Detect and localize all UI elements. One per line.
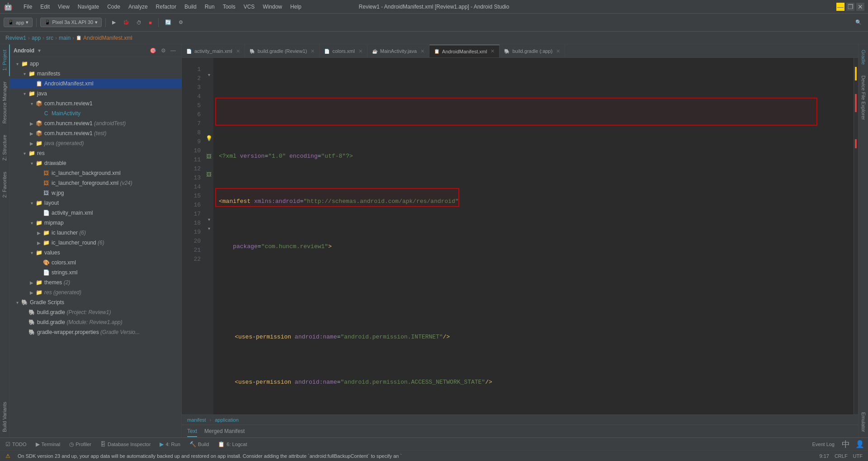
- breadcrumb-main[interactable]: main: [59, 35, 71, 41]
- tree-item-gradle-scripts[interactable]: ▾ 🐘 Gradle Scripts: [10, 297, 181, 307]
- menu-item-help[interactable]: Help: [287, 2, 305, 12]
- tree-item-res[interactable]: ▾ 📁 res: [10, 148, 181, 158]
- menu-item-view[interactable]: View: [54, 2, 73, 12]
- tree-item-package-androidtest[interactable]: ▶ 📦 com.huncm.review1 (androidTest): [10, 118, 181, 128]
- panel-locate-button[interactable]: 🎯: [148, 47, 158, 55]
- sidebar-item-project[interactable]: 1: Project: [0, 44, 10, 76]
- panel-collapse-button[interactable]: —: [169, 47, 178, 55]
- tab-merged-manifest[interactable]: Merged Manifest: [204, 426, 245, 437]
- tree-item-ic-launcher-bg[interactable]: 🖼 ic_launcher_background.xml: [10, 168, 181, 178]
- breadcrumb-src[interactable]: src: [46, 35, 53, 41]
- menu-item-refactor[interactable]: Refactor: [152, 2, 180, 12]
- tab-close-icon[interactable]: ✕: [556, 48, 560, 54]
- menu-item-file[interactable]: File: [20, 2, 36, 12]
- app-dropdown[interactable]: 📱 app ▾: [4, 18, 33, 27]
- code-content[interactable]: <?xml version="1.0" encoding="utf-8"?> <…: [213, 58, 854, 414]
- tab-colors-xml[interactable]: 📄 colors.xml ✕: [320, 45, 368, 57]
- tab-close-icon[interactable]: ✕: [359, 48, 363, 54]
- search-button[interactable]: 🔍: [853, 18, 864, 27]
- menu-item-navigate[interactable]: Navigate: [74, 2, 103, 12]
- tree-item-app[interactable]: ▾ 📁 app: [10, 59, 181, 69]
- tab-close-icon[interactable]: ✕: [420, 48, 425, 54]
- tree-label: strings.xml: [52, 269, 77, 276]
- terminal-tool[interactable]: ▶ Terminal: [34, 440, 62, 448]
- tab-close-icon[interactable]: ✕: [236, 48, 240, 54]
- status-warning-message: On SDK version 23 and up, your app data …: [18, 453, 812, 459]
- profile-button[interactable]: ⏱: [134, 19, 144, 27]
- tab-mainactivity-java[interactable]: ☕ MainActivity.java ✕: [368, 45, 429, 57]
- breadcrumb-app[interactable]: app: [32, 35, 41, 41]
- tree-item-values[interactable]: ▾ 📁 values: [10, 248, 181, 258]
- menu-item-analyze[interactable]: Analyze: [125, 2, 151, 12]
- run-button[interactable]: ▶: [109, 18, 118, 27]
- tab-build-gradle-review1[interactable]: 🐘 build.gradle (Review1) ✕: [245, 45, 320, 57]
- package-icon: 📦: [35, 130, 42, 137]
- tree-item-build-gradle-project[interactable]: 🐘 build.gradle (Project: Review1): [10, 307, 181, 317]
- menu-item-window[interactable]: Window: [259, 2, 286, 12]
- tab-close-icon[interactable]: ✕: [311, 48, 315, 54]
- tree-item-gradle-wrapper[interactable]: 🐘 gradle-wrapper.properties (Gradle Vers…: [10, 327, 181, 337]
- menu-item-edit[interactable]: Edit: [37, 2, 53, 12]
- tab-close-icon[interactable]: ✕: [491, 48, 495, 54]
- sidebar-item-build-variants[interactable]: Build Variants: [0, 396, 10, 437]
- maximize-button[interactable]: ❐: [846, 3, 854, 11]
- sidebar-item-resource-manager[interactable]: Resource Manager: [0, 76, 10, 129]
- right-tab-emulator[interactable]: Emulator: [859, 407, 868, 437]
- menu-item-vcs[interactable]: VCS: [240, 2, 259, 12]
- sidebar-item-favorites[interactable]: 2: Favorites: [0, 166, 10, 203]
- panel-dropdown-arrow[interactable]: ▾: [38, 47, 41, 54]
- sidebar-item-structure[interactable]: Z: Structure: [0, 129, 10, 166]
- package-icon: 📦: [35, 100, 42, 107]
- close-button[interactable]: ✕: [856, 3, 864, 11]
- tree-item-res-generated[interactable]: ▶ 📁 res (generated): [10, 287, 181, 297]
- sync-button[interactable]: 🔄: [162, 18, 174, 27]
- panel-settings-button[interactable]: ⚙: [159, 47, 168, 55]
- menu-item-build[interactable]: Build: [181, 2, 200, 12]
- tab-androidmanifest-xml[interactable]: 📋 AndroidManifest.xml ✕: [429, 45, 500, 57]
- stop-button[interactable]: ■: [146, 19, 155, 27]
- folder-icon: 📁: [35, 140, 42, 147]
- right-tab-device-file-explorer[interactable]: Device File Explorer: [859, 70, 868, 125]
- todo-tool[interactable]: ☑ TODO: [4, 440, 28, 448]
- tree-item-build-gradle-module[interactable]: 🐘 build.gradle (Module: Review1.app): [10, 317, 181, 327]
- tree-item-androidmanifest[interactable]: 📋 AndroidManifest.xml: [10, 79, 181, 89]
- tree-item-ic-launcher[interactable]: ▶ 📁 ic launcher (6): [10, 228, 181, 238]
- logcat-tool[interactable]: 📋 6: Logcat: [216, 440, 249, 448]
- breadcrumb-review1[interactable]: Review1: [5, 35, 26, 41]
- device-dropdown[interactable]: 📱 Pixel 3a XL API 30 ▾: [40, 18, 102, 27]
- minimize-button[interactable]: —: [836, 3, 844, 11]
- tree-item-themes[interactable]: ▶ 📁 themes (2): [10, 278, 181, 287]
- tree-item-java[interactable]: ▾ 📁 java: [10, 89, 181, 99]
- tree-item-manifests[interactable]: ▾ 📁 manifests: [10, 69, 181, 79]
- menu-item-tools[interactable]: Tools: [219, 2, 239, 12]
- build-tool[interactable]: 🔨 Build: [188, 440, 211, 448]
- right-scrollbar[interactable]: [854, 58, 858, 414]
- tree-item-java-generated[interactable]: ▶ 📁 java (generated): [10, 138, 181, 148]
- tab-activity-main-xml[interactable]: 📄 activity_main.xml ✕: [182, 45, 245, 57]
- tree-item-package-test[interactable]: ▶ 📦 com.huncm.review1 (test): [10, 128, 181, 138]
- menu-item-code[interactable]: Code: [104, 2, 124, 12]
- profiler-tool[interactable]: ◷ Profiler: [67, 440, 93, 448]
- database-inspector-tool[interactable]: 🗄 Database Inspector: [99, 440, 152, 448]
- settings-button[interactable]: ⚙: [176, 18, 186, 27]
- tab-build-gradle-app[interactable]: 🐘 build.gradle (:app) ✕: [500, 45, 565, 57]
- folder-icon: 📁: [42, 229, 50, 236]
- tree-item-ic-launcher-round[interactable]: ▶ 📁 ic_launcher_round (6): [10, 238, 181, 248]
- tree-item-drawable[interactable]: ▾ 📁 drawable: [10, 158, 181, 168]
- right-tab-gradle[interactable]: Gradle: [859, 44, 868, 70]
- debug-button[interactable]: 🐞: [120, 18, 132, 27]
- tree-item-mipmap[interactable]: ▾ 📁 mipmap: [10, 218, 181, 228]
- tree-item-mainactivity[interactable]: C MainActivity: [10, 108, 181, 118]
- tree-item-layout[interactable]: ▾ 📁 layout: [10, 198, 181, 208]
- run-tool[interactable]: ▶ 4: Run: [158, 440, 182, 448]
- code-editor[interactable]: 12345678910111213141516171819202122 ▾ 💡 …: [182, 58, 858, 414]
- tree-item-activity-main-xml[interactable]: 📄 activity_main.xml: [10, 208, 181, 218]
- tree-item-ic-launcher-fg[interactable]: 🖼 ic_launcher_foreground.xml (v24): [10, 178, 181, 188]
- menu-item-run[interactable]: Run: [201, 2, 218, 12]
- tree-item-package-main[interactable]: ▾ 📦 com.huncm.review1: [10, 99, 181, 108]
- tree-item-colors-xml[interactable]: 🎨 colors.xml: [10, 258, 181, 268]
- tree-item-wjpg[interactable]: 🖼 w.jpg: [10, 188, 181, 198]
- tree-item-strings-xml[interactable]: 📄 strings.xml: [10, 268, 181, 278]
- tab-text[interactable]: Text: [187, 426, 197, 437]
- event-log-tool[interactable]: Event Log: [810, 441, 836, 448]
